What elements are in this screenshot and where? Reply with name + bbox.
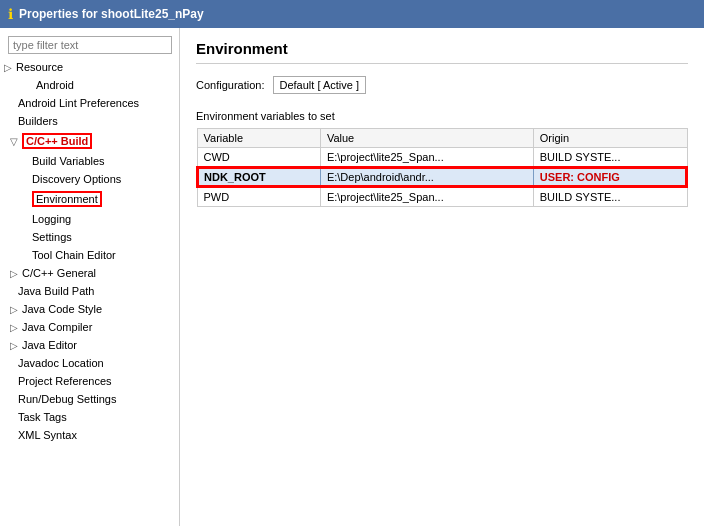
sidebar-item-label: Discovery Options (32, 173, 121, 185)
main-container: ▷ Resource Android Android Lint Preferen… (0, 28, 704, 526)
sidebar-item-label: XML Syntax (18, 429, 77, 441)
cell-variable: PWD (197, 187, 320, 207)
sidebar-item-toolchain[interactable]: Tool Chain Editor (0, 246, 179, 264)
sidebar: ▷ Resource Android Android Lint Preferen… (0, 28, 180, 526)
info-icon: ℹ (8, 6, 13, 22)
sidebar-item-java-editor[interactable]: ▷ Java Editor (0, 336, 179, 354)
env-vars-label: Environment variables to set (196, 110, 688, 122)
sidebar-item-label: Android (36, 79, 74, 91)
filter-input[interactable] (8, 36, 172, 54)
content-title: Environment (196, 40, 688, 64)
sidebar-item-label: Android Lint Preferences (18, 97, 139, 109)
chevron-right-icon: ▷ (10, 268, 20, 279)
window-title: Properties for shootLite25_nPay (19, 7, 204, 21)
sidebar-item-label: Settings (32, 231, 72, 243)
cell-origin-ndk: USER: CONFIG (533, 167, 687, 187)
sidebar-item-xml-syntax[interactable]: XML Syntax (0, 426, 179, 444)
cell-origin: BUILD SYSTE... (533, 187, 687, 207)
sidebar-item-android-lint[interactable]: Android Lint Preferences (0, 94, 179, 112)
title-bar: ℹ Properties for shootLite25_nPay (0, 0, 704, 28)
sidebar-item-label: C/C++ Build (22, 133, 92, 149)
chevron-right-icon: ▷ (4, 62, 14, 73)
sidebar-item-builders[interactable]: Builders (0, 112, 179, 130)
cell-origin: BUILD SYSTE... (533, 148, 687, 168)
sidebar-item-label: Java Compiler (22, 321, 92, 333)
chevron-down-icon: ▽ (10, 136, 20, 147)
sidebar-item-label: Javadoc Location (18, 357, 104, 369)
table-row[interactable]: CWD E:\project\lite25_Span... BUILD SYST… (197, 148, 687, 168)
chevron-right-icon: ▷ (10, 322, 20, 333)
sidebar-item-label: Logging (32, 213, 71, 225)
sidebar-item-discovery-options[interactable]: Discovery Options (0, 170, 179, 188)
sidebar-item-label: Tool Chain Editor (32, 249, 116, 261)
sidebar-item-environment[interactable]: Environment (0, 188, 179, 210)
sidebar-item-label: Run/Debug Settings (18, 393, 116, 405)
sidebar-item-label: C/C++ General (22, 267, 96, 279)
sidebar-item-label: Java Code Style (22, 303, 102, 315)
sidebar-item-label: Environment (32, 191, 102, 207)
chevron-right-icon: ▷ (10, 340, 20, 351)
cell-value-ndk: E:\Dep\android\andr... (320, 167, 533, 187)
col-header-variable: Variable (197, 129, 320, 148)
content-area: Environment Configuration: Default [ Act… (180, 28, 704, 526)
sidebar-item-label: Build Variables (32, 155, 105, 167)
col-header-value: Value (320, 129, 533, 148)
sidebar-item-settings[interactable]: Settings (0, 228, 179, 246)
env-table: Variable Value Origin CWD E:\project\lit… (196, 128, 688, 207)
sidebar-item-java-compiler[interactable]: ▷ Java Compiler (0, 318, 179, 336)
chevron-right-icon: ▷ (10, 304, 20, 315)
cell-value: E:\project\lite25_Span... (320, 148, 533, 168)
sidebar-item-resource[interactable]: ▷ Resource (0, 58, 179, 76)
sidebar-item-project-refs[interactable]: Project References (0, 372, 179, 390)
sidebar-item-cc-general[interactable]: ▷ C/C++ General (0, 264, 179, 282)
config-value[interactable]: Default [ Active ] (273, 76, 366, 94)
sidebar-item-task-tags[interactable]: Task Tags (0, 408, 179, 426)
sidebar-item-label: Task Tags (18, 411, 67, 423)
table-row[interactable]: PWD E:\project\lite25_Span... BUILD SYST… (197, 187, 687, 207)
sidebar-item-build-variables[interactable]: Build Variables (0, 152, 179, 170)
table-row-ndk[interactable]: NDK_ROOT E:\Dep\android\andr... USER: CO… (197, 167, 687, 187)
sidebar-item-javadoc[interactable]: Javadoc Location (0, 354, 179, 372)
config-row: Configuration: Default [ Active ] (196, 76, 688, 94)
sidebar-item-label: Project References (18, 375, 112, 387)
sidebar-item-label: Builders (18, 115, 58, 127)
config-label: Configuration: (196, 79, 265, 91)
cell-variable-ndk: NDK_ROOT (197, 167, 320, 187)
col-header-origin: Origin (533, 129, 687, 148)
sidebar-item-label: Java Build Path (18, 285, 94, 297)
cell-value: E:\project\lite25_Span... (320, 187, 533, 207)
cell-variable: CWD (197, 148, 320, 168)
sidebar-item-java-code-style[interactable]: ▷ Java Code Style (0, 300, 179, 318)
sidebar-item-android[interactable]: Android (0, 76, 179, 94)
sidebar-item-label: Resource (16, 61, 63, 73)
sidebar-item-label: Java Editor (22, 339, 77, 351)
sidebar-item-run-debug[interactable]: Run/Debug Settings (0, 390, 179, 408)
sidebar-item-logging[interactable]: Logging (0, 210, 179, 228)
sidebar-item-cc-build[interactable]: ▽ C/C++ Build (0, 130, 179, 152)
sidebar-item-java-build[interactable]: Java Build Path (0, 282, 179, 300)
